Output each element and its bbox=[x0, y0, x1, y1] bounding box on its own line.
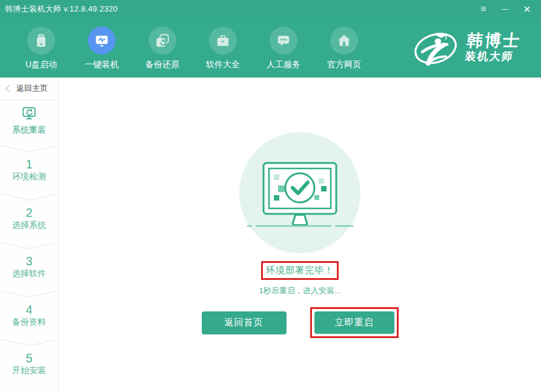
restart-now-button[interactable]: 立即重启 bbox=[314, 311, 394, 334]
back-label: 返回主页 bbox=[16, 83, 48, 94]
system-reinstall-icon bbox=[21, 105, 37, 121]
menu-icon[interactable]: ≡ bbox=[477, 4, 490, 15]
sidebar-item-label: 系统重装 bbox=[12, 125, 46, 136]
brand-name: 韩博士 bbox=[466, 32, 522, 49]
main-content: 环境部署完毕！ 1秒后重启，进入安装... 返回首页 立即重启 bbox=[59, 78, 541, 392]
step-number: 1 bbox=[12, 158, 46, 171]
nav-label: 软件大全 bbox=[206, 59, 240, 70]
brand-logo-icon bbox=[413, 27, 459, 69]
window-controls: ≡ ─ ✕ bbox=[477, 4, 536, 15]
minimize-icon[interactable]: ─ bbox=[499, 4, 512, 14]
briefcase-icon bbox=[209, 27, 237, 55]
sidebar-step-select-system: 2 选择系统 bbox=[12, 206, 46, 233]
sidebar-step-select-software: 3 选择软件 bbox=[12, 254, 46, 281]
app-window: 韩博士装机大师 v.12.8.49.2320 ≡ ─ ✕ U盘启动 bbox=[0, 0, 541, 392]
restart-annotation-box: 立即重启 bbox=[310, 307, 399, 338]
sidebar-item-system-reinstall[interactable]: 系统重装 bbox=[12, 105, 46, 136]
step-separator-chevron bbox=[0, 338, 59, 347]
step-label: 开始安装 bbox=[12, 365, 46, 376]
step-separator-chevron bbox=[0, 144, 59, 153]
status-title: 环境部署完毕！ bbox=[266, 265, 334, 275]
deployment-complete-illustration bbox=[239, 132, 360, 253]
step-separator-chevron bbox=[0, 290, 59, 298]
window-body: 返回主页 系统重装 1 环境检测 2 选择系统 bbox=[0, 78, 541, 392]
step-number: 2 bbox=[12, 206, 46, 219]
nav-item-usb-boot[interactable]: U盘启动 bbox=[11, 27, 71, 70]
nav-item-software-collection[interactable]: 软件大全 bbox=[193, 27, 253, 70]
nav-label: 官方网页 bbox=[327, 59, 361, 70]
back-to-home-button[interactable]: 返回主页 bbox=[0, 78, 58, 100]
step-label: 选择软件 bbox=[12, 268, 46, 279]
nav-label: 一键装机 bbox=[85, 59, 119, 70]
step-number: 4 bbox=[12, 303, 46, 316]
brand-subtitle: 装机大师 bbox=[464, 49, 520, 64]
nav-label: 备份还原 bbox=[145, 59, 179, 70]
step-number: 5 bbox=[12, 351, 46, 365]
monitor-pulse-icon bbox=[88, 27, 116, 55]
brand-logo: 韩博士 装机大师 bbox=[413, 27, 520, 69]
window-title: 韩博士装机大师 v.12.8.49.2320 bbox=[5, 4, 118, 15]
countdown-text: 1秒后重启，进入安装... bbox=[259, 285, 340, 296]
sidebar-step-start-install: 5 开始安装 bbox=[12, 351, 46, 378]
nav-item-official-website[interactable]: 官方网页 bbox=[314, 27, 374, 70]
status-annotation-box: 环境部署完毕！ bbox=[261, 261, 339, 280]
chat-bubble-icon bbox=[270, 27, 297, 55]
nav-label: 人工服务 bbox=[267, 59, 300, 70]
nav-label: U盘启动 bbox=[25, 59, 57, 70]
step-label: 备份资料 bbox=[12, 317, 46, 328]
header-nav: U盘启动 一键装机 备份还原 bbox=[0, 18, 541, 78]
usb-drive-icon bbox=[27, 27, 55, 55]
nav-item-one-click-install[interactable]: 一键装机 bbox=[71, 27, 132, 70]
backup-restore-icon bbox=[148, 27, 176, 55]
step-label: 选择系统 bbox=[12, 220, 46, 231]
step-separator-chevron bbox=[0, 241, 59, 250]
nav-item-customer-service[interactable]: 人工服务 bbox=[253, 27, 314, 70]
brand-logo-text: 韩博士 装机大师 bbox=[464, 32, 522, 64]
step-number: 3 bbox=[12, 254, 46, 268]
action-buttons-row: 返回首页 立即重启 bbox=[202, 307, 399, 338]
titlebar: 韩博士装机大师 v.12.8.49.2320 ≡ ─ ✕ bbox=[0, 0, 541, 18]
home-icon bbox=[330, 27, 358, 55]
return-home-button[interactable]: 返回首页 bbox=[202, 311, 287, 334]
sidebar-step-backup-data: 4 备份资料 bbox=[12, 303, 46, 330]
nav-item-backup-restore[interactable]: 备份还原 bbox=[132, 27, 193, 70]
close-icon[interactable]: ✕ bbox=[520, 4, 534, 15]
sidebar-step-environment-check: 1 环境检测 bbox=[12, 158, 46, 184]
back-chevron-icon bbox=[5, 85, 12, 91]
sidebar: 返回主页 系统重装 1 环境检测 2 选择系统 bbox=[0, 78, 59, 392]
step-label: 环境检测 bbox=[12, 171, 46, 182]
step-separator-chevron bbox=[0, 193, 59, 201]
